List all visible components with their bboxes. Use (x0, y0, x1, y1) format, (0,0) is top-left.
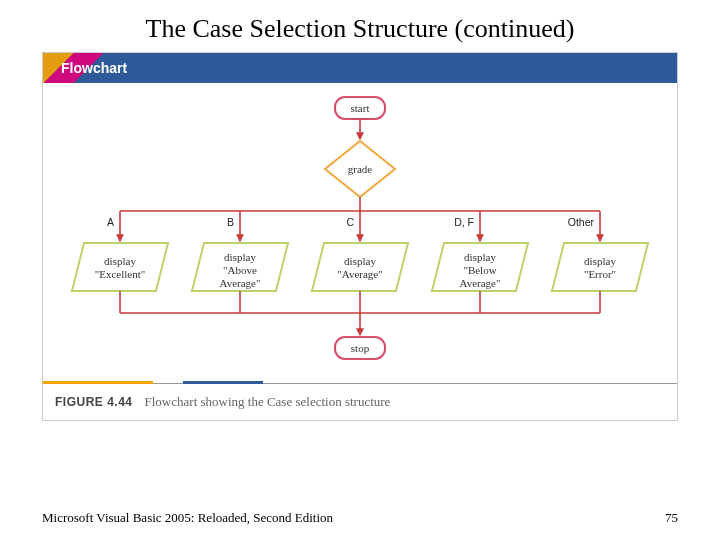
case-label: Other (568, 216, 595, 228)
process-text: Average" (220, 277, 261, 289)
case-label: A (107, 216, 114, 228)
stop-node: stop (335, 337, 385, 359)
process-text: display (584, 255, 616, 267)
figure-container: Flowchart start grade Ad (42, 52, 678, 421)
process-text: "Excellent" (95, 268, 146, 280)
process-text: display (104, 255, 136, 267)
case-label: C (346, 216, 354, 228)
process-text: "Error" (584, 268, 616, 280)
figure-caption: FIGURE 4.44 Flowchart showing the Case s… (43, 383, 677, 420)
case-label: B (227, 216, 234, 228)
process-node (552, 243, 648, 291)
process-text: Average" (460, 277, 501, 289)
process-text: display (464, 251, 496, 263)
start-node: start (335, 97, 385, 119)
case-label: D, F (454, 216, 474, 228)
page-number: 75 (665, 510, 678, 526)
figure-number: FIGURE 4.44 (55, 395, 133, 409)
flowchart: start grade Adisplay"Excellent"Bdisplay"… (43, 83, 677, 383)
process-text: "Below (463, 264, 496, 276)
banner-text: Flowchart (61, 60, 127, 76)
process-text: display (224, 251, 256, 263)
process-text: "Average" (337, 268, 382, 280)
stop-label: stop (351, 342, 370, 354)
process-node (312, 243, 408, 291)
decision-label: grade (348, 163, 373, 175)
figure-banner: Flowchart (43, 53, 677, 83)
decision-node: grade (325, 141, 395, 197)
page-title: The Case Selection Structure (continued) (0, 0, 720, 52)
process-text: display (344, 255, 376, 267)
process-node (72, 243, 168, 291)
figure-caption-text: Flowchart showing the Case selection str… (145, 394, 391, 410)
process-text: "Above (223, 264, 257, 276)
footer-left: Microsoft Visual Basic 2005: Reloaded, S… (42, 510, 333, 526)
slide-footer: Microsoft Visual Basic 2005: Reloaded, S… (42, 510, 678, 526)
start-label: start (351, 102, 370, 114)
